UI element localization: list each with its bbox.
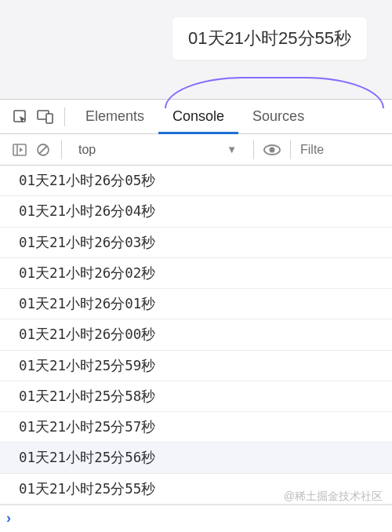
svg-rect-2 [46,114,53,123]
log-text: 01天21小时26分04秒 [19,203,155,219]
filter-input[interactable] [300,143,339,157]
tab-label: Sources [252,108,304,125]
clear-console-icon[interactable] [31,138,55,162]
log-text: 01天21小时25分59秒 [19,358,155,373]
divider [64,107,65,126]
log-text: 01天21小时25分56秒 [19,450,155,465]
console-prompt[interactable]: › [0,505,392,531]
log-row[interactable]: 01天21小时26分02秒 [0,258,392,289]
log-row[interactable]: 01天21小时26分05秒 [0,166,392,196]
log-text: 01天21小时25分58秒 [19,388,155,404]
live-expression-icon[interactable] [260,138,284,162]
context-selector[interactable]: top ▼ [71,139,244,161]
tab-elements[interactable]: Elements [71,100,158,134]
log-text: 01天21小时26分00秒 [19,326,155,342]
log-text: 01天21小时26分01秒 [19,296,155,312]
log-text: 01天21小时26分05秒 [19,173,155,188]
log-row[interactable]: 01天21小时26分04秒 [0,196,392,227]
devtools-panel: Elements Console Sources top ▼ [0,99,392,531]
svg-point-8 [270,147,275,152]
countdown-text: 01天21小时25分55秒 [188,28,351,48]
countdown-box: 01天21小时25分55秒 [172,17,367,60]
console-log-list: 01天21小时26分05秒01天21小时26分04秒01天21小时26分03秒0… [0,166,392,505]
log-text: 01天21小时26分03秒 [19,235,155,250]
log-row[interactable]: 01天21小时26分03秒 [0,228,392,258]
log-row[interactable]: 01天21小时25分57秒 [0,412,392,443]
inspect-element-icon[interactable] [8,104,33,129]
log-row[interactable]: 01天21小时26分01秒 [0,289,392,319]
context-value: top [78,143,96,157]
log-text: 01天21小时26分02秒 [19,265,155,281]
log-text: 01天21小时25分55秒 [19,481,155,497]
tab-label: Elements [85,108,144,125]
divider [61,140,62,159]
divider [253,140,254,159]
svg-line-6 [39,146,47,154]
page-preview-area: 01天21小时25分55秒 [0,0,392,99]
log-row[interactable]: 01天21小时25分59秒 [0,351,392,381]
log-row[interactable]: 01天21小时25分58秒 [0,381,392,412]
tab-label: Console [172,108,224,125]
device-toolbar-icon[interactable] [33,104,58,129]
log-text: 01天21小时25分57秒 [19,419,155,435]
console-toolbar: top ▼ [0,134,392,166]
toggle-sidebar-icon[interactable] [8,138,31,162]
log-row[interactable]: 01天21小时26分00秒 [0,319,392,350]
watermark-text: @稀土掘金技术社区 [284,490,383,504]
chevron-down-icon: ▼ [227,144,237,155]
prompt-caret-icon: › [6,510,11,527]
divider [290,140,291,159]
decorative-arc [165,77,384,108]
log-row[interactable]: 01天21小时25分56秒 [0,443,392,473]
